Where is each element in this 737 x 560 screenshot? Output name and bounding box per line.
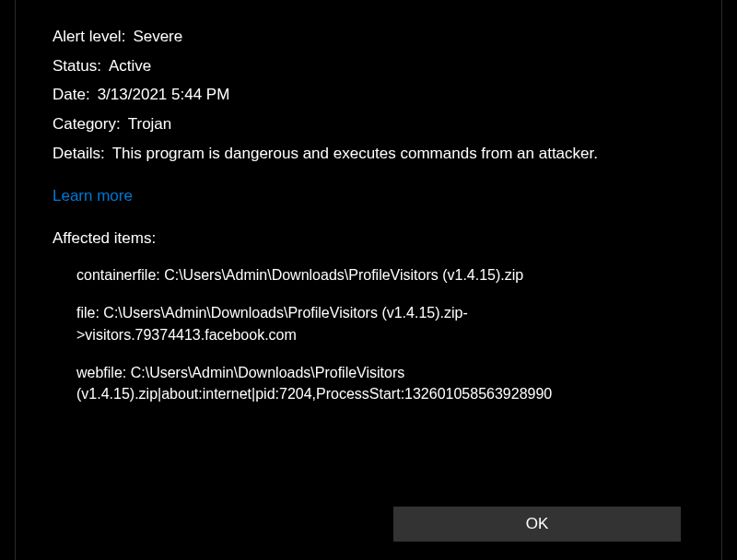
date-value: 3/13/2021 5:44 PM (92, 84, 684, 107)
status-value: Active (103, 55, 684, 78)
list-item: file: C:\Users\Admin\Downloads\ProfileVi… (76, 302, 684, 344)
details-label: Details (53, 143, 100, 166)
date-label: Date (53, 84, 86, 107)
field-category: Category: Trojan (53, 113, 684, 136)
learn-more-link[interactable]: Learn more (53, 187, 133, 205)
fields-section: Alert level: Severe Status: Active Date:… (53, 26, 684, 165)
field-alert-level: Alert level: Severe (53, 26, 684, 49)
list-item: containerfile: C:\Users\Admin\Downloads\… (76, 264, 684, 286)
category-label: Category (53, 113, 116, 136)
affected-items-list: containerfile: C:\Users\Admin\Downloads\… (53, 264, 684, 404)
details-value: This program is dangerous and executes c… (107, 143, 684, 166)
ok-button[interactable]: OK (393, 507, 681, 542)
affected-items-heading: Affected items: (53, 229, 684, 248)
status-label: Status (53, 55, 97, 78)
alert-level-value: Severe (127, 26, 684, 49)
alert-level-label: Alert level (53, 26, 122, 49)
button-row: OK (393, 507, 681, 542)
threat-details-dialog: Alert level: Severe Status: Active Date:… (15, 0, 722, 560)
field-status: Status: Active (53, 55, 684, 78)
field-details: Details: This program is dangerous and e… (53, 143, 684, 166)
field-date: Date: 3/13/2021 5:44 PM (53, 84, 684, 107)
list-item: webfile: C:\Users\Admin\Downloads\Profil… (76, 362, 684, 404)
category-value: Trojan (123, 113, 684, 136)
